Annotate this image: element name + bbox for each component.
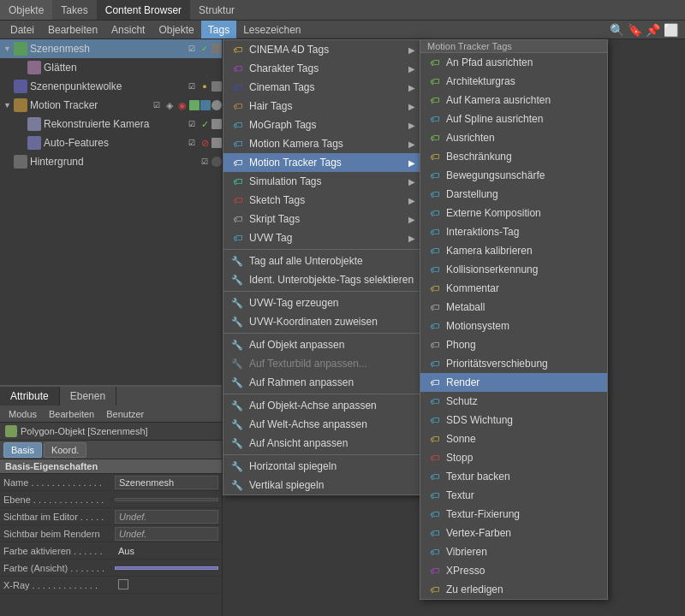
dd-skript-tags[interactable]: 🏷 Skript Tags ▶	[223, 210, 420, 228]
dd-vertikal[interactable]: 🔧 Vertikal spiegeln	[223, 476, 420, 495]
attr-value-ebene[interactable]	[115, 498, 218, 501]
dd-motionsystem[interactable]: 🏷 Motionsystem	[420, 317, 607, 335]
dd-mograph-tags[interactable]: 🏷 MoGraph Tags ▶	[223, 116, 420, 134]
dd-auf-welt-achse[interactable]: 🔧 Auf Welt-Achse anpassen	[223, 415, 420, 434]
dd-darstellung[interactable]: 🏷 Darstellung	[420, 185, 607, 204]
menu-datei[interactable]: Datei	[3, 21, 41, 38]
tree-item-motion-tracker[interactable]: ▼ Motion Tracker ☑ ◈ ◉	[0, 96, 222, 115]
dd-phong[interactable]: 🏷 Phong	[420, 335, 607, 354]
attr-tab-attribute[interactable]: Attribute	[0, 387, 60, 406]
tree-item-glatten[interactable]: Glätten	[0, 58, 222, 77]
ri-dot[interactable]: ●	[199, 80, 211, 92]
dd-uvw-tag[interactable]: 🏷 UVW Tag ▶	[223, 228, 420, 247]
tree-item-szenenpunktewolke[interactable]: Szenenpunktewolke ☑ ●	[0, 77, 222, 96]
attr-value-farbe-ansicht[interactable]	[115, 566, 218, 570]
dd-ausrichten[interactable]: 🏷 Ausrichten	[420, 128, 607, 147]
dd-simulation-tags[interactable]: 🏷 Simulation Tags ▶	[223, 172, 420, 191]
tree-item-auto-features[interactable]: Auto-Features ☑ ⊘	[0, 133, 222, 152]
dd-cinema4d-tags[interactable]: 🏷 CINEMA 4D Tags ▶	[223, 40, 420, 59]
dd-schutz[interactable]: 🏷 Schutz	[420, 392, 607, 411]
ri-circle2[interactable]	[211, 157, 222, 167]
ri-sq2[interactable]	[211, 81, 222, 92]
menu-ansicht[interactable]: Ansicht	[104, 21, 152, 38]
tree-item-szenemesh[interactable]: ▼ Szenenmesh ☑ ✓	[0, 39, 222, 58]
ri-checkbox4[interactable]: ☑	[186, 118, 198, 130]
dd-cineman-tags[interactable]: 🏷 Cineman Tags ▶	[223, 78, 420, 97]
ri-sq[interactable]	[211, 44, 222, 54]
dd-auf-ansicht[interactable]: 🔧 Auf Ansicht anpassen	[223, 434, 420, 453]
attr-value-name[interactable]: Szenenmesh	[115, 476, 218, 489]
tree-item-kamera[interactable]: Rekonstruierte Kamera ☑ ✓	[0, 115, 222, 133]
dd-stopp[interactable]: 🏷 Stopp	[420, 448, 607, 467]
tree-item-hintergrund[interactable]: Hintergrund ☑	[0, 152, 222, 171]
dd-vibrieren[interactable]: 🏷 Vibrieren	[420, 542, 607, 561]
ri-checkbox2[interactable]: ☑	[186, 80, 198, 92]
ri-checkbox3[interactable]: ☑	[151, 99, 163, 111]
search-icon[interactable]: 🔍	[610, 23, 624, 37]
dd-architekturgras[interactable]: 🏷 Architekturgras	[420, 72, 607, 91]
ri-red[interactable]: ◉	[176, 99, 188, 111]
dd-sds-wichtung[interactable]: 🏷 SDS Wichtung	[420, 411, 607, 429]
dd-sketch-tags[interactable]: 🏷 Sketch Tags ▶	[223, 191, 420, 210]
tab-content-browser[interactable]: Content Browser	[97, 0, 190, 20]
attr-sub-tab-koord[interactable]: Koord.	[44, 442, 86, 458]
dd-an-pfad[interactable]: 🏷 An Pfad ausrichten	[420, 53, 607, 72]
attr-benutzer[interactable]: Benutzer	[101, 409, 149, 419]
dd-textur[interactable]: 🏷 Textur	[420, 486, 607, 505]
dd-interaktions-tag[interactable]: 🏷 Interaktions-Tag	[420, 222, 607, 241]
bookmark-icon[interactable]: 🔖	[628, 23, 642, 37]
ri-blue-sq[interactable]	[200, 100, 211, 110]
ri-circle[interactable]	[211, 100, 222, 110]
dd-textur-backen[interactable]: 🏷 Textur backen	[420, 467, 607, 486]
menu-objekte[interactable]: Objekte	[152, 21, 200, 38]
ri-sq3[interactable]	[211, 119, 222, 129]
dd-ident-unterobjekte[interactable]: 🔧 Ident. Unterobjekte-Tags selektieren	[223, 270, 420, 289]
ri-check[interactable]: ✓	[199, 43, 211, 55]
attr-modus[interactable]: Modus	[3, 409, 42, 419]
xray-checkbox[interactable]	[118, 579, 128, 589]
dd-uvw-tag-erzeugen[interactable]: 🔧 UVW-Tag erzeugen	[223, 293, 420, 312]
dd-vertex-farben[interactable]: 🏷 Vertex-Farben	[420, 524, 607, 542]
tab-takes[interactable]: Takes	[52, 0, 96, 20]
dd-auf-kamera[interactable]: 🏷 Auf Kamera ausrichten	[420, 91, 607, 110]
attr-value-sichtbar-editor[interactable]: Undef.	[115, 510, 218, 524]
dd-bewegungsunschärfe[interactable]: 🏷 Bewegungsunschärfe	[420, 166, 607, 185]
dd-auf-rahmen[interactable]: 🔧 Auf Rahmen anpassen	[223, 373, 420, 392]
ri-checkbox6[interactable]: ☑	[199, 156, 211, 168]
ri-sq4[interactable]	[211, 138, 222, 148]
dd-motion-tracker-tags[interactable]: 🏷 Motion Tracker Tags ▶	[223, 153, 420, 172]
dd-externe-komposition[interactable]: 🏷 Externe Komposition	[420, 204, 607, 222]
attr-value-farbe-aktiv[interactable]: Aus	[115, 545, 218, 557]
dd-auf-objekt[interactable]: 🔧 Auf Objekt anpassen	[223, 335, 420, 354]
ri-red2[interactable]: ⊘	[199, 137, 211, 149]
ri-checkbox5[interactable]: ☑	[186, 137, 198, 149]
dd-auf-objekt-achse[interactable]: 🔧 Auf Objekt-Achse anpassen	[223, 396, 420, 415]
menu-tags[interactable]: Tags	[201, 21, 236, 38]
dd-horizontal[interactable]: 🔧 Horizontal spiegeln	[223, 457, 420, 476]
dd-textur-fixierung[interactable]: 🏷 Textur-Fixierung	[420, 505, 607, 524]
attr-sub-tab-basis[interactable]: Basis	[3, 442, 42, 458]
attr-value-sichtbar-render[interactable]: Undef.	[115, 527, 218, 541]
dd-metaball[interactable]: 🏷 Metaball	[420, 298, 607, 317]
dd-kollisionserkennung[interactable]: 🏷 Kollisionserkennung	[420, 260, 607, 279]
attr-bearbeiten[interactable]: Bearbeiten	[44, 409, 99, 419]
dd-auf-textur[interactable]: 🔧 Auf Texturbild anpassen...	[223, 354, 420, 373]
ri-check3[interactable]: ✓	[199, 118, 211, 130]
dd-kamera-kalibrieren[interactable]: 🏷 Kamera kalibrieren	[420, 241, 607, 260]
dd-kommentar[interactable]: 🏷 Kommentar	[420, 279, 607, 298]
attr-tab-ebenen[interactable]: Ebenen	[60, 387, 116, 406]
dd-sonne[interactable]: 🏷 Sonne	[420, 429, 607, 448]
ri-check2[interactable]: ◈	[164, 99, 176, 111]
tab-struktur[interactable]: Struktur	[190, 0, 243, 20]
dd-tag-alle-unterobjekte[interactable]: 🔧 Tag auf alle Unterobjekte	[223, 252, 420, 270]
dd-auf-spline[interactable]: 🏷 Auf Spline ausrichten	[420, 110, 607, 128]
dd-zu-erledigen[interactable]: 🏷 Zu erledigen	[420, 580, 607, 599]
dd-uvw-koord[interactable]: 🔧 UVW-Koordinaten zuweisen	[223, 312, 420, 331]
attr-value-xray[interactable]	[115, 578, 218, 592]
tab-objekte[interactable]: Objekte	[0, 0, 52, 20]
dd-beschrankung[interactable]: 🏷 Beschränkung	[420, 147, 607, 166]
dd-prioritätsverschiebung[interactable]: 🏷 Prioritätsverschiebung	[420, 354, 607, 373]
ri-checkbox[interactable]: ☑	[186, 43, 198, 55]
dd-render[interactable]: 🏷 Render	[420, 373, 607, 392]
dd-xpresso[interactable]: 🏷 XPresso	[420, 561, 607, 580]
